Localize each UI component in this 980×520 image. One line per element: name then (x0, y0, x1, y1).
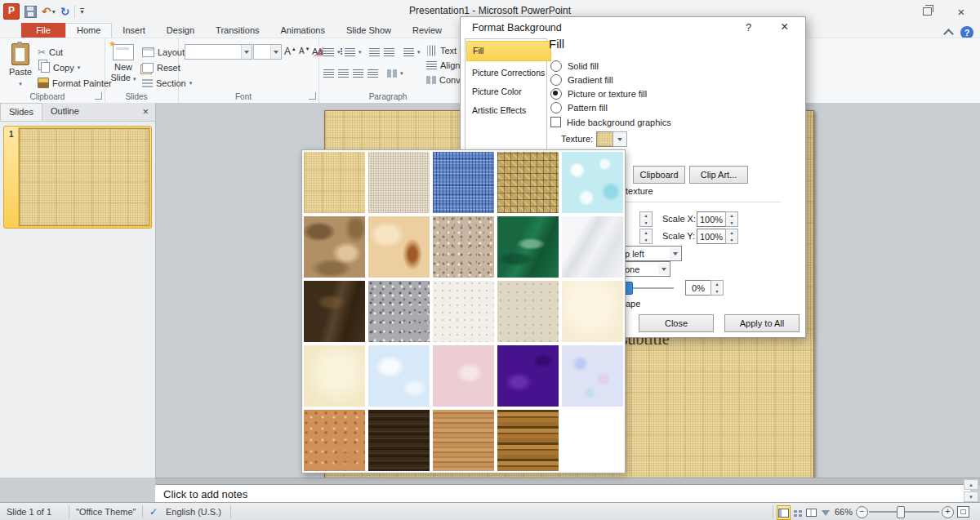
option-picture-texture-fill[interactable]: Picture or texture fill (550, 87, 647, 100)
texture-swatch[interactable] (433, 216, 494, 278)
texture-swatch[interactable] (562, 216, 623, 278)
texture-swatch[interactable] (497, 281, 559, 342)
reset-button[interactable]: Reset (142, 60, 180, 74)
dialog-help-button[interactable]: ? (746, 21, 751, 33)
copy-button[interactable]: Copy ▾ (38, 60, 80, 74)
new-slide-button[interactable]: New Slide ▾ (107, 42, 140, 84)
shrink-font-button[interactable]: A▾ (299, 44, 309, 58)
texture-swatch[interactable] (562, 345, 623, 407)
dialog-close-button[interactable]: × (781, 20, 788, 34)
texture-swatch[interactable] (497, 410, 559, 471)
scale-y-spinner[interactable]: ▲▼ (725, 229, 738, 244)
paste-button[interactable]: Paste ▾ (5, 42, 36, 89)
view-slide-sorter-button[interactable] (791, 505, 804, 520)
tab-home[interactable]: Home (65, 23, 112, 38)
numbering-button[interactable]: ▾ (345, 45, 362, 59)
tab-review[interactable]: Review (402, 23, 452, 38)
offset-x-spinner[interactable]: ▲▼ (639, 211, 653, 227)
texture-swatch[interactable] (368, 152, 430, 213)
tab-insert[interactable]: Insert (112, 23, 156, 38)
clipboard-dialog-launcher-icon[interactable] (95, 92, 102, 100)
line-spacing-button[interactable]: ▾ (403, 45, 421, 59)
fit-to-window-button[interactable] (957, 506, 969, 518)
texture-swatch[interactable] (368, 345, 430, 407)
view-normal-button[interactable] (777, 505, 791, 520)
zoom-in-button[interactable]: + (942, 506, 954, 518)
zoom-slider-thumb[interactable] (897, 506, 905, 518)
panel-close-icon[interactable]: × (142, 105, 149, 118)
transparency-input[interactable]: 0% (685, 280, 711, 296)
tab-slides-thumbnails[interactable]: Slides (0, 103, 42, 121)
texture-swatch[interactable] (497, 345, 559, 407)
scale-y-input[interactable]: 100% (697, 229, 726, 244)
zoom-level[interactable]: 66% (835, 503, 853, 520)
apply-to-all-button[interactable]: Apply to All (724, 314, 800, 332)
scale-x-input[interactable]: 100% (697, 211, 726, 227)
tab-file[interactable]: File (21, 23, 65, 38)
align-center-button[interactable] (338, 66, 349, 80)
texture-swatch[interactable] (368, 410, 430, 471)
texture-swatch-preview[interactable] (596, 131, 613, 147)
option-solid-fill[interactable]: Solid fill (550, 60, 599, 72)
texture-swatch[interactable] (368, 216, 430, 278)
view-slideshow-button[interactable] (818, 505, 832, 520)
radio-icon[interactable] (550, 74, 562, 86)
close-button[interactable]: × (947, 0, 975, 23)
align-text-button[interactable]: Align (426, 58, 460, 72)
insert-clipboard-button[interactable]: Clipboard (633, 166, 685, 184)
align-right-button[interactable] (353, 66, 363, 80)
insert-clipart-button[interactable]: Clip Art... (689, 166, 748, 184)
option-pattern-fill[interactable]: Pattern fill (550, 101, 608, 113)
texture-swatch[interactable] (433, 345, 494, 407)
tab-slide-show[interactable]: Slide Show (336, 23, 402, 38)
tab-design[interactable]: Design (156, 23, 205, 38)
texture-swatch[interactable] (433, 410, 494, 471)
texture-swatch[interactable] (433, 281, 494, 342)
radio-icon[interactable] (550, 60, 562, 72)
texture-swatch[interactable] (562, 281, 623, 342)
texture-swatch[interactable] (304, 281, 365, 342)
hide-background-graphics-checkbox[interactable]: Hide background graphics (550, 116, 671, 128)
nav-fill[interactable]: Fill (466, 41, 551, 61)
tab-transitions[interactable]: Transitions (205, 23, 270, 38)
checkbox-icon[interactable] (550, 117, 561, 127)
maximize-button[interactable] (913, 0, 941, 23)
nav-picture-color[interactable]: Picture Color (466, 82, 550, 100)
scroll-up-icon[interactable]: ▲ (964, 479, 978, 490)
texture-swatch[interactable] (304, 216, 365, 278)
texture-swatch[interactable] (304, 410, 365, 471)
view-reading-button[interactable] (804, 505, 818, 520)
scale-x-spinner[interactable]: ▲▼ (725, 211, 738, 227)
align-left-button[interactable] (323, 66, 334, 80)
texture-swatch[interactable] (562, 152, 623, 213)
zoom-out-button[interactable]: − (856, 506, 868, 518)
transparency-spinner[interactable]: ▲▼ (710, 280, 724, 296)
radio-icon[interactable] (550, 102, 562, 113)
texture-swatch[interactable] (368, 281, 430, 342)
increase-indent-button[interactable] (384, 45, 394, 59)
convert-smartart-button[interactable]: Conv (426, 73, 461, 87)
font-name-combo[interactable] (185, 44, 252, 60)
radio-icon-selected[interactable] (550, 88, 562, 100)
texture-dropdown-button[interactable] (612, 131, 627, 147)
offset-y-spinner[interactable]: ▲▼ (639, 229, 653, 244)
nav-picture-corrections[interactable]: Picture Corrections (466, 64, 550, 82)
font-dialog-launcher-icon[interactable] (309, 92, 316, 100)
format-painter-button[interactable]: Format Painter (38, 76, 112, 90)
decrease-indent-button[interactable] (369, 45, 380, 59)
texture-swatch[interactable] (497, 152, 559, 213)
texture-swatch[interactable] (304, 152, 365, 213)
tab-animations[interactable]: Animations (270, 23, 336, 38)
theme-indicator[interactable]: "Office Theme" (76, 503, 136, 520)
spellcheck-icon[interactable]: ✓ (149, 503, 158, 520)
columns-button[interactable]: ▾ (387, 66, 403, 80)
option-gradient-fill[interactable]: Gradient fill (550, 73, 613, 86)
texture-swatch[interactable] (304, 345, 365, 407)
texture-swatch[interactable] (497, 216, 559, 278)
font-size-combo[interactable] (253, 44, 282, 60)
nav-artistic-effects[interactable]: Artistic Effects (466, 101, 550, 119)
texture-swatch[interactable] (433, 152, 494, 213)
grow-font-button[interactable]: A▴ (284, 44, 296, 58)
bullets-button[interactable]: ▾ (323, 45, 341, 59)
justify-button[interactable] (368, 66, 378, 80)
